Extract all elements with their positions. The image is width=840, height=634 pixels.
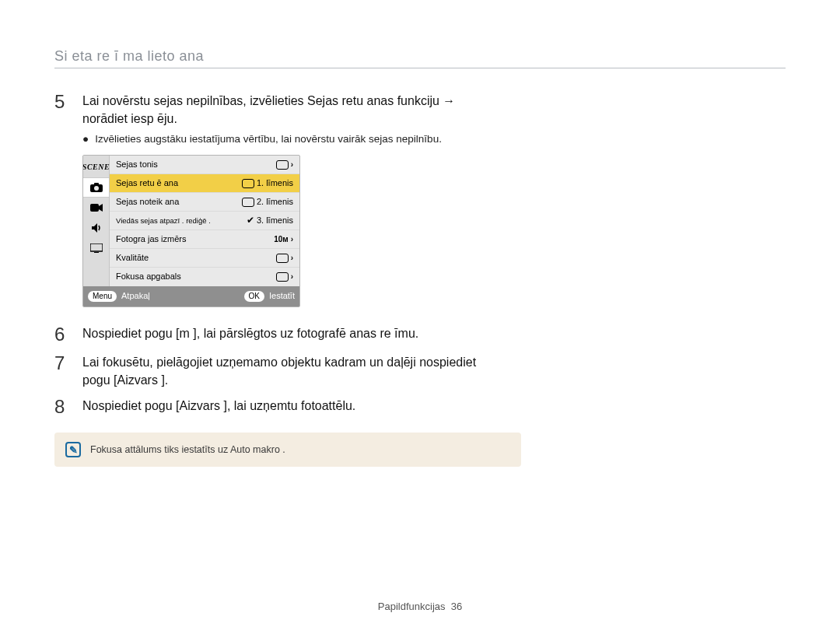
video-mode-icon: [83, 198, 109, 218]
photo-mode-icon: [83, 177, 109, 198]
value-icon: [276, 254, 289, 263]
menu-row-viedas-sejas[interactable]: Viedās sejas atpazī . rediģē . ✔3. līmen…: [110, 212, 299, 230]
step-6-number: 6: [54, 324, 72, 345]
chevron-right-icon: ›: [291, 234, 293, 246]
value-icon: [242, 198, 254, 207]
display-icon: [83, 238, 109, 258]
step-8-number: 8: [54, 397, 72, 417]
camera-menu-sidebar: SCENE: [83, 156, 110, 286]
set-label: Iestatīt: [269, 290, 295, 303]
chevron-right-icon: ›: [291, 253, 293, 264]
check-icon: ✔: [247, 214, 254, 227]
svg-rect-5: [94, 252, 99, 253]
camera-menu-footer: Menu Atpakaļ OK Iestatīt: [83, 286, 299, 306]
note-icon: ✎: [65, 442, 81, 457]
svg-point-2: [94, 186, 99, 191]
svg-rect-3: [90, 204, 99, 212]
sound-icon: [83, 218, 109, 238]
step-5-bullet: ● Izvēlieties augstāku iestatījuma vērtī…: [82, 132, 490, 147]
step-8-text: Nospiediet pogu [Aizvars ], lai uzņemtu …: [82, 397, 355, 417]
footer-section: Papildfunkcijas: [378, 601, 446, 612]
scene-mode-icon: SCENE: [83, 157, 109, 177]
note-box: ✎ Fokusa attālums tiks iestatīts uz Auto…: [54, 433, 521, 467]
menu-row-sejas-noteiksana[interactable]: Sejas noteik ana 2. līmenis: [110, 193, 299, 212]
value-icon: [276, 160, 289, 170]
svg-rect-1: [94, 183, 99, 185]
ok-button-label: OK: [244, 291, 264, 302]
svg-rect-4: [90, 243, 103, 251]
footer-page-number: 36: [451, 601, 462, 612]
step-7: 7 Lai fokusētu, pielāgojiet uzņemamo obj…: [54, 353, 490, 389]
step-7-text: Lai fokusētu, pielāgojiet uzņemamo objek…: [82, 353, 490, 389]
back-label: Atpakaļ: [121, 290, 150, 303]
step-6: 6 Nospiediet pogu [m ], lai pārslēgtos u…: [54, 324, 490, 345]
chevron-right-icon: ›: [291, 159, 293, 171]
page-header: Si eta re ī ma lieto ana: [54, 48, 786, 68]
note-text: Fokusa attālums tiks iestatīts uz Auto m…: [90, 444, 285, 455]
camera-menu-list: Sejas tonis › Sejas retu ē ana 1. līmeni…: [110, 156, 299, 286]
value-icon: [276, 272, 289, 282]
step-5-number: 5: [54, 92, 72, 307]
step-5-bullet-text: Izvēlieties augstāku iestatījuma vērtību…: [95, 132, 442, 147]
camera-menu-screenshot: SCENE: [82, 155, 300, 307]
menu-row-fokusa-apgabals[interactable]: Fokusa apgabals ›: [110, 268, 299, 286]
step-6-text: Nospiediet pogu [m ], lai pārslēgtos uz …: [82, 324, 418, 345]
step-8: 8 Nospiediet pogu [Aizvars ], lai uzņemt…: [54, 397, 490, 417]
menu-row-foto-izmers[interactable]: Fotogra jas izmērs 10м›: [110, 230, 299, 249]
step-5-text: Lai novērstu sejas nepilnības, izvēlieti…: [82, 92, 490, 128]
value-icon: [242, 179, 254, 188]
menu-button-label: Menu: [88, 291, 117, 302]
menu-row-kvalitate[interactable]: Kvalitāte ›: [110, 249, 299, 268]
chevron-right-icon: ›: [291, 271, 293, 283]
step-7-number: 7: [54, 353, 72, 389]
menu-row-sejas-retusana[interactable]: Sejas retu ē ana 1. līmenis: [110, 174, 299, 193]
page-footer: Papildfunkcijas 36: [0, 601, 840, 612]
step-5: 5 Lai novērstu sejas nepilnības, izvēlie…: [54, 92, 490, 307]
bullet-icon: ●: [82, 132, 89, 147]
menu-row-sejas-tonis[interactable]: Sejas tonis ›: [110, 156, 299, 174]
